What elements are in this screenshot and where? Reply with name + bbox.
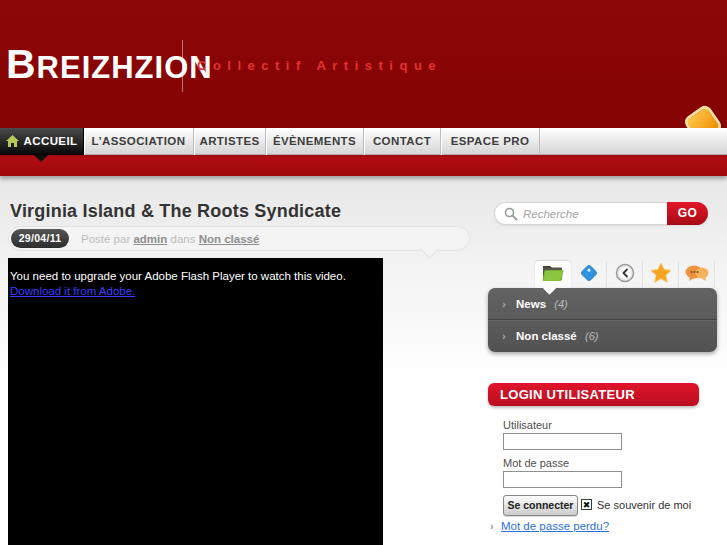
username-label: Utilisateur <box>503 419 552 431</box>
username-field[interactable] <box>503 433 622 450</box>
flash-upgrade-message: You need to upgrade your Adobe Flash Pla… <box>10 269 375 283</box>
login-submit-button[interactable]: Se connecter <box>503 495 578 516</box>
search-go-button[interactable]: GO <box>667 202 708 225</box>
search-icon <box>504 207 518 225</box>
category-link[interactable]: Non classé <box>199 233 260 245</box>
author-link[interactable]: admin <box>133 233 167 245</box>
nav-tab-association[interactable]: L’ASSOCIATION <box>84 128 194 155</box>
category-label: News <box>516 298 546 310</box>
category-label: Non classé <box>516 330 577 342</box>
tab-favorites[interactable] <box>643 261 679 288</box>
password-label: Mot de passe <box>503 457 569 469</box>
search-input[interactable] <box>523 204 661 223</box>
home-icon <box>6 135 19 147</box>
comments-icon <box>685 264 709 286</box>
nav-tab-label: ÉVÈNEMENTS <box>273 128 356 155</box>
post-meta-bar: 29/04/11 Posté par admin dans Non classé <box>8 226 470 251</box>
category-item-non-classe[interactable]: › Non classé (6) <box>488 320 717 351</box>
category-count: (4) <box>554 298 567 310</box>
nav-tab-label: CONTACT <box>373 128 431 155</box>
nav-tab-contact[interactable]: CONTACT <box>364 128 441 155</box>
remember-me-label: Se souvenir de moi <box>597 499 691 511</box>
chevron-right-icon: › <box>502 330 506 342</box>
nav-tab-evenements[interactable]: ÉVÈNEMENTS <box>266 128 364 155</box>
site-tagline: Collectif Artistique <box>197 58 442 73</box>
post-date-badge: 29/04/11 <box>11 229 69 248</box>
tab-tags[interactable] <box>571 261 607 288</box>
post-meta-text: Posté par admin dans Non classé <box>81 227 259 251</box>
password-field[interactable] <box>503 471 622 488</box>
active-tab-caret-icon <box>34 155 48 162</box>
page: BREIZHZION Collectif Artistique ACCUEIL … <box>0 0 727 545</box>
nav-tab-label: ARTISTES <box>199 128 259 155</box>
remember-me-checkbox[interactable]: ✖ <box>581 499 592 510</box>
chevron-right-icon: › <box>502 298 506 310</box>
nav-tab-label: ESPACE PRO <box>451 128 530 155</box>
tag-icon <box>579 263 599 287</box>
nav-tab-label: ACCUEIL <box>24 128 78 155</box>
nav-tab-artistes[interactable]: ARTISTES <box>194 128 266 155</box>
nav-tab-label: L’ASSOCIATION <box>92 128 186 155</box>
adobe-download-link[interactable]: Download it from Adobe. <box>10 284 135 298</box>
search-bar: GO <box>494 202 708 225</box>
lost-password-link[interactable]: Mot de passe perdu? <box>501 520 609 532</box>
categories-panel: › News (4) › Non classé (6) <box>488 288 717 352</box>
tab-recent[interactable] <box>607 261 643 288</box>
flash-video-player[interactable]: You need to upgrade your Adobe Flash Pla… <box>8 258 383 545</box>
nav-tab-espace-pro[interactable]: ESPACE PRO <box>441 128 540 155</box>
post-title: Virginia Island & The Roots Syndicate <box>10 201 341 222</box>
red-accent-band <box>0 155 727 176</box>
logo-divider <box>182 40 183 92</box>
nav-tab-accueil[interactable]: ACCUEIL <box>0 128 84 155</box>
meta-posted-label: Posté par <box>81 233 130 245</box>
clock-icon <box>615 263 635 287</box>
chevron-right-icon: › <box>490 520 494 532</box>
tab-categories[interactable] <box>535 261 571 288</box>
login-widget-title: LOGIN UTILISATEUR <box>488 383 699 406</box>
tab-comments[interactable] <box>679 261 715 288</box>
folder-icon <box>542 264 564 285</box>
category-count: (6) <box>585 330 598 342</box>
corner-ribbon-icon[interactable] <box>684 106 727 130</box>
sidebar-widget-tabs <box>535 261 715 288</box>
category-item-news[interactable]: › News (4) <box>488 289 717 320</box>
main-navigation: ACCUEIL L’ASSOCIATION ARTISTES ÉVÈNEMENT… <box>0 128 727 155</box>
meta-in-label: dans <box>171 233 196 245</box>
star-icon <box>650 262 672 287</box>
site-header: BREIZHZION Collectif Artistique <box>0 0 727 128</box>
